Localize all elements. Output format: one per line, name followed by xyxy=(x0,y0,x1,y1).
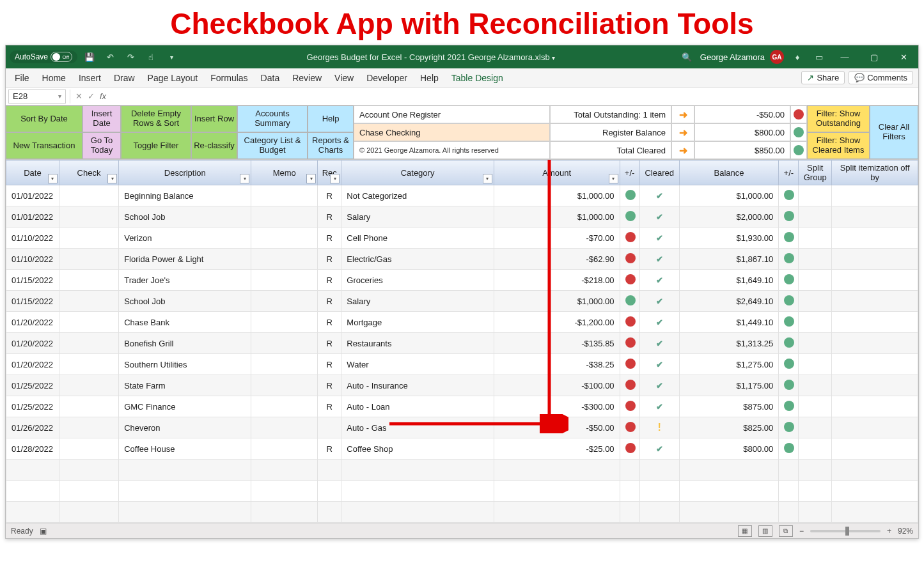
cell-amount[interactable]: $1,000.00 xyxy=(494,206,620,228)
cell-split-group[interactable] xyxy=(799,185,832,206)
col-split-group[interactable]: Split Group xyxy=(799,160,832,185)
cell-balance[interactable]: $1,649.10 xyxy=(679,270,778,291)
cell-check[interactable] xyxy=(59,375,118,396)
table-row[interactable]: 01/20/2022Southern UtilitiesRWater-$38.2… xyxy=(6,354,918,375)
cell-cleared[interactable]: ✔ xyxy=(639,312,679,333)
cell-description[interactable]: Verizon xyxy=(119,228,251,249)
table-row[interactable]: 01/15/2022School JobRSalary$1,000.00✔$2,… xyxy=(6,291,918,312)
tab-file[interactable]: File xyxy=(8,70,36,86)
cell-memo[interactable] xyxy=(251,249,318,270)
cell-amount[interactable]: $1,000.00 xyxy=(494,291,620,312)
cell-memo[interactable] xyxy=(251,417,318,438)
table-row[interactable]: 01/20/2022Chase BankRMortgage-$1,200.00✔… xyxy=(6,312,918,333)
cell-split-off[interactable] xyxy=(832,270,918,291)
undo-icon[interactable]: ↶ xyxy=(102,49,118,65)
table-row[interactable]: 01/10/2022Florida Power & LightRElectric… xyxy=(6,249,918,270)
cell-memo[interactable] xyxy=(251,291,318,312)
cell-check[interactable] xyxy=(59,333,118,354)
cell-split-off[interactable] xyxy=(832,333,918,354)
cell-date[interactable]: 01/15/2022 xyxy=(6,270,59,291)
cell-amount[interactable]: -$25.00 xyxy=(494,438,620,460)
help-button[interactable]: Help xyxy=(308,105,354,132)
tab-formulas[interactable]: Formulas xyxy=(204,70,254,86)
cell-category[interactable]: Water xyxy=(341,354,494,375)
table-row[interactable]: 01/15/2022Trader Joe'sRGroceries-$218.00… xyxy=(6,270,918,291)
cell-amount[interactable]: -$300.00 xyxy=(494,396,620,417)
filter-dropdown-icon[interactable]: ▾ xyxy=(240,174,249,183)
cell-split-group[interactable] xyxy=(799,228,832,249)
cell-split-group[interactable] xyxy=(799,396,832,417)
name-box[interactable]: E28▾ xyxy=(8,89,66,104)
cancel-formula-icon[interactable]: ✕ xyxy=(75,91,82,101)
cell-split-group[interactable] xyxy=(799,438,832,460)
cell-category[interactable]: Mortgage xyxy=(341,312,494,333)
cell-amount[interactable]: $1,000.00 xyxy=(494,185,620,206)
cell-date[interactable]: 01/20/2022 xyxy=(6,312,59,333)
cell-cleared[interactable]: ! xyxy=(639,417,679,438)
cell-split-off[interactable] xyxy=(832,249,918,270)
cell-balance[interactable]: $875.00 xyxy=(679,396,778,417)
cell-description[interactable]: Cheveron xyxy=(119,417,251,438)
enter-formula-icon[interactable]: ✓ xyxy=(88,91,95,101)
cell-category[interactable]: Auto - Loan xyxy=(341,396,494,417)
filter-dropdown-icon[interactable]: ▾ xyxy=(609,174,618,183)
filter-show-cleared-button[interactable]: Filter: Show Cleared Items xyxy=(807,132,870,159)
cell-cleared[interactable]: ✔ xyxy=(639,375,679,396)
cell-description[interactable]: Beginning Balance xyxy=(119,185,251,206)
cell-split-group[interactable] xyxy=(799,206,832,228)
cell-split-off[interactable] xyxy=(832,396,918,417)
cell-date[interactable]: 01/25/2022 xyxy=(6,375,59,396)
search-icon[interactable]: 🔍 xyxy=(678,49,695,65)
redo-icon[interactable]: ↷ xyxy=(122,49,139,65)
cell-date[interactable]: 01/26/2022 xyxy=(6,417,59,438)
zoom-level[interactable]: 92% xyxy=(898,527,913,536)
cell-balance[interactable]: $800.00 xyxy=(679,438,778,460)
table-row[interactable]: 01/20/2022Bonefish GrillRRestaurants-$13… xyxy=(6,333,918,354)
cell-description[interactable]: School Job xyxy=(119,206,251,228)
cell-amount[interactable]: -$62.90 xyxy=(494,249,620,270)
cell-check[interactable] xyxy=(59,270,118,291)
col-split-off[interactable]: Split itemization off by xyxy=(832,160,918,185)
cell-rec[interactable]: R xyxy=(318,249,341,270)
sort-by-date-button[interactable]: Sort By Date xyxy=(6,105,82,132)
filter-dropdown-icon[interactable]: ▾ xyxy=(48,174,58,183)
table-row[interactable]: 01/25/2022State FarmRAuto - Insurance-$1… xyxy=(6,375,918,396)
touch-mode-icon[interactable]: ☝︎ xyxy=(143,49,159,65)
formula-input[interactable] xyxy=(114,89,918,104)
cell-split-off[interactable] xyxy=(832,185,918,206)
cell-description[interactable]: State Farm xyxy=(119,375,251,396)
col-memo[interactable]: Memo▾ xyxy=(251,160,318,185)
table-row[interactable]: 01/25/2022GMC FinanceRAuto - Loan-$300.0… xyxy=(6,396,918,417)
table-row-empty[interactable] xyxy=(6,481,918,502)
cell-cleared[interactable]: ✔ xyxy=(639,333,679,354)
cell-balance[interactable]: $1,867.10 xyxy=(679,249,778,270)
cell-date[interactable]: 01/10/2022 xyxy=(6,228,59,249)
cell-memo[interactable] xyxy=(251,333,318,354)
clear-all-filters-button[interactable]: Clear All Filters xyxy=(870,105,918,159)
cell-category[interactable]: Electric/Gas xyxy=(341,249,494,270)
filter-dropdown-icon[interactable]: ▾ xyxy=(107,174,117,183)
table-row-empty[interactable] xyxy=(6,502,918,523)
cell-check[interactable] xyxy=(59,417,118,438)
cell-rec[interactable]: R xyxy=(318,206,341,228)
new-transaction-button[interactable]: New Transaction xyxy=(6,132,82,159)
cell-split-off[interactable] xyxy=(832,375,918,396)
cell-split-off[interactable] xyxy=(832,438,918,460)
comments-button[interactable]: 💬Comments xyxy=(849,71,913,84)
cell-description[interactable]: Coffee House xyxy=(119,438,251,460)
cell-category[interactable]: Cell Phone xyxy=(341,228,494,249)
fx-icon[interactable]: fx xyxy=(100,91,110,101)
cell-amount[interactable]: -$100.00 xyxy=(494,375,620,396)
cell-split-group[interactable] xyxy=(799,354,832,375)
cell-cleared[interactable]: ✔ xyxy=(639,228,679,249)
diamond-icon[interactable]: ♦ xyxy=(789,49,806,65)
cell-balance[interactable]: $1,313.25 xyxy=(679,333,778,354)
cell-cleared[interactable]: ✔ xyxy=(639,270,679,291)
tab-view[interactable]: View xyxy=(328,70,360,86)
cell-category[interactable]: Not Categorized xyxy=(341,185,494,206)
cell-category[interactable]: Coffee Shop xyxy=(341,438,494,460)
save-icon[interactable]: 💾 xyxy=(81,49,98,65)
cell-check[interactable] xyxy=(59,291,118,312)
cell-rec[interactable]: R xyxy=(318,312,341,333)
ribbon-display-icon[interactable]: ▭ xyxy=(811,49,827,65)
